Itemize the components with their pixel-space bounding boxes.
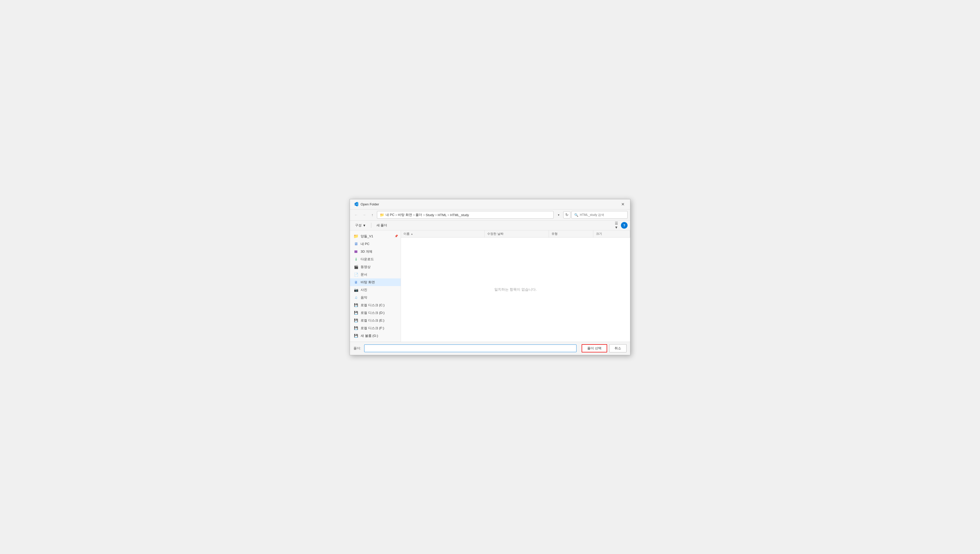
sidebar-item-local-e[interactable]: 💾 로컬 디스크 (E:) [350,317,401,324]
sidebar-item-new-vol[interactable]: 💾 새 볼륨 (G:) [350,332,401,340]
config-button[interactable]: 구성 ▼ [352,222,369,229]
column-size-label: 크기 [596,232,602,236]
title-bar: Open Folder ✕ [350,199,630,210]
up-button[interactable]: ↑ [369,211,376,218]
column-size[interactable]: 크기 [593,231,630,237]
path-part-desktop: 바탕 화면 [398,213,412,217]
desktop-icon: 🖥 [353,280,359,285]
path-sep-4: > [435,213,437,217]
folder-icon: 📁 [353,234,359,239]
path-sep: > [395,213,397,217]
sidebar-item-3d[interactable]: ⯀ 3D 개체 [350,248,401,255]
toolbar-right: ☰ ▼ ? [613,222,628,229]
sidebar-item-music[interactable]: ♫ 음악 [350,294,401,301]
path-folder-icon: 📁 [380,213,384,217]
path-sep-3: > [423,213,425,217]
path-part-html: HTML [438,213,447,217]
sidebar-item-local-c[interactable]: 💾 로컬 디스크 (C:) [350,301,401,309]
folder-label: 폴더: [353,346,361,350]
drive-icon-f: 💾 [353,326,359,331]
column-name[interactable]: 이름 ▲ [401,231,485,237]
file-body: 일치하는 항목이 없습니다. [401,237,630,342]
music-icon: ♫ [353,295,359,300]
sidebar-label-yangtul: 양돌_V1 [361,234,373,239]
sidebar-label-local-c: 로컬 디스크 (C:) [361,303,385,307]
address-bar: ← → ↑ 📁 내 PC > 바탕 화면 > 폴더 > Study > HTML… [350,210,630,221]
column-type[interactable]: 유형 [549,231,593,237]
dialog-title: Open Folder [361,202,619,206]
sidebar-label-doc: 문서 [361,272,367,277]
file-header: 이름 ▲ 수정한 날짜 유형 크기 [401,231,630,237]
column-type-label: 유형 [552,232,558,236]
download-icon: ⇓ [353,257,359,262]
open-folder-dialog: Open Folder ✕ ← → ↑ 📁 내 PC > 바탕 화면 > 폴더 … [350,199,630,355]
sidebar-label-mypc: 내 PC [361,242,369,246]
pc-icon: 🖥 [353,241,359,247]
sidebar-item-mypc[interactable]: 🖥 내 PC [350,240,401,248]
drive-icon-d: 💾 [353,310,359,315]
svg-marker-1 [357,202,359,207]
path-part-html-study: HTML_study [450,213,469,217]
view-options-button[interactable]: ☰ ▼ [613,222,620,229]
sidebar-item-download[interactable]: ⇓ 다운로드 [350,255,401,263]
config-label: 구성 [355,223,362,228]
sidebar-item-desktop[interactable]: 🖥 바탕 화면 [350,279,401,286]
select-folder-button[interactable]: 폴더 선택 [582,344,607,352]
path-sep-5: > [447,213,449,217]
path-dropdown-button[interactable]: ▼ [555,211,562,218]
close-button[interactable]: ✕ [619,200,627,208]
help-button[interactable]: ? [621,222,628,229]
search-input[interactable] [580,213,625,217]
sidebar-item-video[interactable]: 🎬 동영상 [350,263,401,271]
main-content: 📁 양돌_V1 📌 🖥 내 PC ⯀ 3D 개체 ⇓ 다운로드 🎬 동영상 [350,231,630,342]
sidebar-label-local-d: 로컬 디스크 (D:) [361,310,385,315]
sidebar-item-doc[interactable]: 📄 문서 [350,271,401,279]
path-part-study: Study [426,213,434,217]
sidebar-item-local-f[interactable]: 💾 로컬 디스크 (F:) [350,324,401,332]
search-box[interactable]: 🔍 [571,211,628,219]
column-name-label: 이름 [404,232,410,236]
refresh-button[interactable]: ↻ [563,211,570,218]
vscode-icon [353,202,359,207]
cancel-button[interactable]: 취소 [609,344,627,352]
sort-arrow-name: ▲ [410,232,413,235]
toolbar: 구성 ▼ 새 폴더 ☰ ▼ ? [350,221,630,231]
forward-button[interactable]: → [361,211,368,218]
sidebar-label-video: 동영상 [361,264,371,269]
search-icon: 🔍 [574,213,578,217]
sidebar-label-download: 다운로드 [361,257,374,261]
path-part-mypc: 내 PC [386,213,395,217]
photo-icon: 📷 [353,287,359,293]
sidebar-label-desktop: 바탕 화면 [361,280,375,285]
sidebar-label-local-e: 로컬 디스크 (E:) [361,318,384,323]
back-button[interactable]: ← [352,211,360,218]
drive-icon-e: 💾 [353,318,359,323]
sidebar-label-local-f: 로컬 디스크 (F:) [361,326,384,331]
sidebar-item-photo[interactable]: 📷 사진 [350,286,401,294]
column-date[interactable]: 수정한 날짜 [485,231,549,237]
bottom-bar: 폴더: 폴더 선택 취소 [350,342,630,355]
path-part-folder: 폴더 [415,213,422,217]
sidebar-label-music: 음악 [361,295,367,300]
sidebar: 📁 양돌_V1 📌 🖥 내 PC ⯀ 3D 개체 ⇓ 다운로드 🎬 동영상 [350,231,401,342]
sidebar-item-local-d[interactable]: 💾 로컬 디스크 (D:) [350,309,401,317]
path-sep-2: > [413,213,415,217]
pin-icon: 📌 [395,234,398,238]
new-folder-button[interactable]: 새 폴더 [374,222,390,229]
file-area: 이름 ▲ 수정한 날짜 유형 크기 일치하는 항목이 없습니다. [401,231,630,342]
sidebar-label-new-vol: 새 볼륨 (G:) [361,334,378,338]
new-folder-label: 새 폴더 [376,223,387,228]
sidebar-label-3d: 3D 개체 [361,249,372,254]
drive-icon-c: 💾 [353,302,359,308]
drive-icon-g: 💾 [353,333,359,338]
video-icon: 🎬 [353,264,359,269]
toolbar-separator [371,223,371,228]
sidebar-label-photo: 사진 [361,288,367,292]
sidebar-item-yangtul[interactable]: 📁 양돌_V1 📌 [350,232,401,240]
config-dropdown-icon: ▼ [363,223,366,228]
column-date-label: 수정한 날짜 [487,232,503,236]
doc-icon: 📄 [353,272,359,277]
bottom-buttons: 폴더 선택 취소 [582,344,627,352]
folder-input[interactable] [364,344,577,352]
address-path[interactable]: 📁 내 PC > 바탕 화면 > 폴더 > Study > HTML > HTM… [377,211,554,219]
